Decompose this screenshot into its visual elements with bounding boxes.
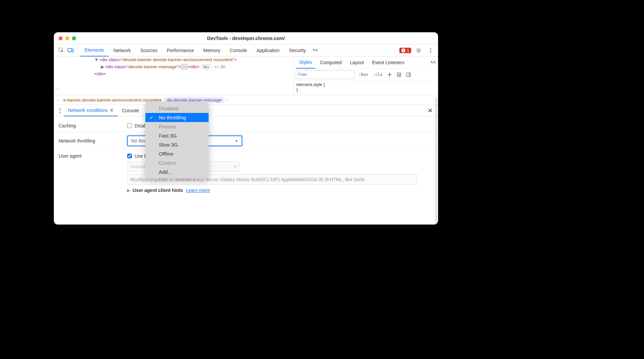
- dropdown-item-disabled-header: Disabled: [145, 104, 209, 113]
- more-tabs-icon[interactable]: [311, 46, 320, 55]
- window-title: DevTools - developer.chrome.com/: [54, 36, 438, 41]
- toggle-sidebar-icon[interactable]: [405, 72, 412, 77]
- svg-point-11: [59, 108, 60, 109]
- drawer-tab-network-conditions[interactable]: Network conditions ✕: [64, 105, 118, 116]
- styles-toolbar: :hov .cls: [294, 69, 438, 81]
- sidebar-tab-computed[interactable]: Computed: [317, 56, 345, 69]
- throttling-dropdown: Disabled No throttling Presets Fast 3G S…: [145, 102, 209, 178]
- tab-network[interactable]: Network: [109, 44, 135, 56]
- sidebar-tab-styles[interactable]: Styles: [296, 56, 315, 69]
- client-hints-label[interactable]: User agent client hints: [133, 188, 183, 193]
- breadcrumb-scroll-left-icon[interactable]: ‹: [55, 97, 61, 103]
- tab-sources[interactable]: Sources: [136, 44, 162, 56]
- svg-point-7: [430, 52, 431, 53]
- elements-dom-tree[interactable]: … ▼<div class="devsite-banner devsite-ba…: [54, 56, 293, 95]
- dropdown-item-offline[interactable]: Offline: [145, 149, 209, 158]
- svg-rect-2: [69, 52, 71, 52]
- dropdown-item-no-throttling[interactable]: No throttling: [145, 113, 209, 122]
- window-close-button[interactable]: [59, 36, 63, 40]
- sidebar-tab-layout[interactable]: Layout: [347, 56, 367, 69]
- cls-toggle[interactable]: .cls: [371, 72, 384, 77]
- dom-tag: <div class=": [99, 57, 123, 62]
- computed-styles-icon[interactable]: [395, 72, 403, 77]
- chevron-down-icon: ▼: [235, 139, 238, 143]
- devtools-window: DevTools - developer.chrome.com/ Element…: [54, 32, 438, 225]
- inspect-element-icon[interactable]: [57, 46, 66, 55]
- svg-rect-1: [68, 48, 72, 51]
- device-toolbar-icon[interactable]: [66, 46, 75, 55]
- svg-rect-8: [397, 73, 401, 76]
- dropdown-item-fast-3g[interactable]: Fast 3G: [145, 131, 209, 140]
- new-style-rule-icon[interactable]: [386, 72, 393, 77]
- window-minimize-button[interactable]: [65, 36, 69, 40]
- sidebar-more-tabs-icon[interactable]: [430, 61, 436, 65]
- styles-filter-input[interactable]: [296, 70, 355, 79]
- tab-application[interactable]: Application: [252, 44, 284, 56]
- drawer-tab-console[interactable]: Console: [118, 105, 143, 116]
- tab-elements[interactable]: Elements: [80, 44, 109, 56]
- svg-rect-3: [72, 49, 74, 52]
- traffic-lights: [59, 36, 76, 40]
- user-agent-label: User agent: [59, 153, 127, 159]
- dropdown-item-presets-header: Presets: [145, 122, 209, 131]
- ellipsis-icon: …: [55, 84, 60, 91]
- drawer-close-icon[interactable]: ✕: [424, 107, 436, 114]
- svg-point-13: [59, 112, 60, 113]
- throttling-label: Network throttling: [59, 138, 127, 144]
- dom-breadcrumb: ‹ e-banner.devsite-banner-announcement.n…: [54, 95, 438, 105]
- tab-memory[interactable]: Memory: [199, 44, 225, 56]
- drawer-menu-icon[interactable]: [56, 107, 64, 115]
- tab-performance[interactable]: Performance: [162, 44, 199, 56]
- dropdown-item-custom-header: Custom: [145, 158, 209, 167]
- styles-sidebar: Styles Computed Layout Event Listeners :…: [293, 56, 438, 95]
- svg-point-6: [430, 50, 431, 51]
- window-zoom-button[interactable]: [72, 36, 76, 40]
- svg-point-4: [418, 49, 420, 51]
- breadcrumb-scroll-right-icon[interactable]: ›: [224, 97, 230, 103]
- flex-badge[interactable]: flex: [201, 65, 211, 69]
- main-content: … ▼<div class="devsite-banner devsite-ba…: [54, 56, 438, 95]
- drawer-tabbar: Network conditions ✕ Console ✕: [54, 105, 438, 116]
- dropdown-item-slow-3g[interactable]: Slow 3G: [145, 140, 209, 149]
- error-count-badge[interactable]: 1: [399, 48, 411, 53]
- styles-rules[interactable]: element.style { }: [294, 81, 438, 93]
- hov-toggle[interactable]: :hov: [357, 72, 369, 77]
- tab-console[interactable]: Console: [225, 44, 252, 56]
- sidebar-tab-event-listeners[interactable]: Event Listeners: [369, 56, 408, 69]
- sidebar-tabs: Styles Computed Layout Event Listeners: [294, 56, 438, 69]
- collapsed-content-icon[interactable]: ⋯: [181, 64, 188, 70]
- selected-node-indicator: == $0: [214, 64, 225, 69]
- kebab-menu-icon[interactable]: [426, 46, 435, 55]
- tab-security[interactable]: Security: [284, 44, 311, 56]
- titlebar: DevTools - developer.chrome.com/: [54, 32, 438, 44]
- svg-point-5: [430, 48, 431, 49]
- settings-gear-icon[interactable]: [414, 46, 423, 55]
- learn-more-link[interactable]: Learn more: [186, 188, 210, 193]
- main-tabbar: Elements Network Sources Performance Mem…: [54, 44, 438, 56]
- expand-arrow-icon[interactable]: ▶: [127, 188, 130, 193]
- vertical-scrollbar[interactable]: [435, 97, 437, 225]
- svg-point-12: [59, 110, 60, 111]
- svg-rect-9: [406, 73, 410, 76]
- dropdown-item-add[interactable]: Add…: [145, 167, 209, 176]
- network-conditions-panel: Caching Disable cache Network throttling…: [54, 116, 438, 200]
- close-tab-icon[interactable]: ✕: [110, 108, 114, 113]
- chevron-down-icon: ▾: [234, 164, 237, 169]
- caching-label: Caching: [59, 123, 127, 128]
